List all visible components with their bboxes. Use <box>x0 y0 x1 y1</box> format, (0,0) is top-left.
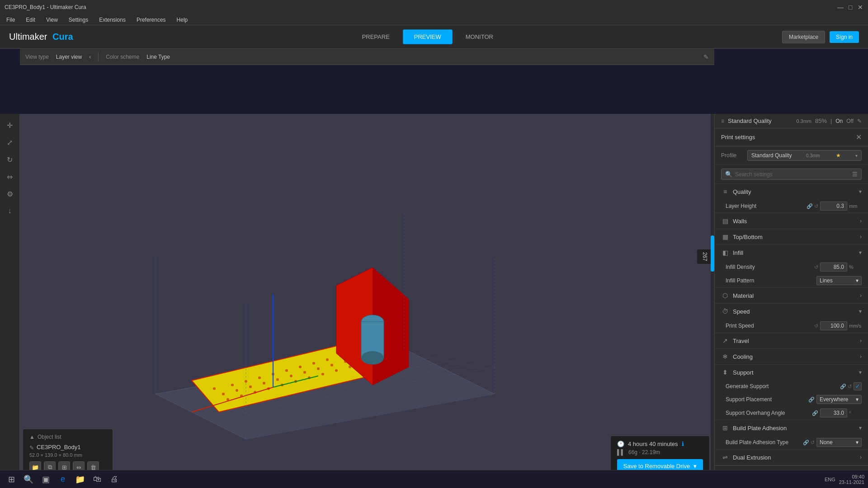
search-input-wrap: 🔍 ☰ <box>721 169 862 180</box>
infill-density-value[interactable]: 85.0 <box>820 263 847 272</box>
adhesion-link-icon[interactable]: 🔗 <box>803 440 809 446</box>
section-material-header[interactable]: ⬡ Material › <box>715 288 868 303</box>
edge-icon[interactable]: e <box>55 472 71 487</box>
section-quality-header[interactable]: ≡ Quality ▾ <box>715 184 868 199</box>
support-overhang-link-icon[interactable]: 🔗 <box>812 410 818 416</box>
color-scheme-value[interactable]: Line Type <box>146 54 170 60</box>
scrollbar-thumb[interactable] <box>711 235 714 272</box>
tool-perobj[interactable]: ⚙ <box>2 186 18 202</box>
profile-quick-icon: ≡ <box>721 118 724 124</box>
svg-point-46 <box>285 369 288 372</box>
menu-help[interactable]: Help <box>174 16 191 24</box>
section-buildplate-header[interactable]: ⊞ Build Plate Adhesion ▾ <box>715 420 868 436</box>
section-support-label: Support <box>733 369 754 376</box>
menu-settings[interactable]: Settings <box>66 16 91 24</box>
tool-scale[interactable]: ⤢ <box>2 135 18 150</box>
explorer-icon[interactable]: 📁 <box>72 472 88 487</box>
print-settings-close-button[interactable]: ✕ <box>856 133 862 141</box>
tab-monitor[interactable]: MONITOR <box>454 29 505 44</box>
scrollbar-track <box>711 114 714 488</box>
taskbar-left: ⊞ 🔍 ▣ e 📁 🛍 🖨 <box>4 472 122 487</box>
print-speed-icons: ↺ <box>814 323 818 329</box>
support-placement-link-icon[interactable]: 🔗 <box>808 397 815 403</box>
section-travel: ↗ Travel › <box>715 333 868 349</box>
adhesion-type-select[interactable]: None ▾ <box>816 438 862 447</box>
section-travel-header[interactable]: ↗ Travel › <box>715 333 868 348</box>
print-speed-value[interactable]: 100.0 <box>820 321 847 330</box>
section-topbottom-label: Top/Bottom <box>733 234 763 240</box>
section-support-header[interactable]: ⬍ Support ▾ <box>715 365 868 380</box>
view-type-label: View type <box>25 54 49 60</box>
scale-display: 85% <box>815 117 827 124</box>
close-button[interactable]: ✕ <box>857 4 863 10</box>
print-speed-reset-icon[interactable]: ↺ <box>814 323 818 329</box>
dualextrusion-section-icon: ⇌ <box>721 453 729 461</box>
menu-file[interactable]: File <box>4 16 18 24</box>
generate-support-reset-icon[interactable]: ↺ <box>848 384 852 389</box>
save-dropdown-chevron-icon[interactable]: ▾ <box>693 463 697 469</box>
on-off-toggle[interactable]: On <box>835 118 843 124</box>
section-speed: ⏱ Speed ▾ Print Speed ↺ 100.0 mm/s <box>715 304 868 333</box>
adhesion-reset-icon[interactable]: ↺ <box>811 440 815 446</box>
infill-density-row: Infill Density ↺ 85.0 % <box>715 260 868 274</box>
generate-support-checkbox[interactable]: ✓ <box>854 382 862 390</box>
signin-button[interactable]: Sign in <box>830 31 859 43</box>
settings-menu-icon[interactable]: ☰ <box>852 171 858 178</box>
view-type-chevron-icon[interactable]: ‹ <box>89 54 91 60</box>
menu-extensions[interactable]: Extensions <box>96 16 128 24</box>
tab-prepare[interactable]: PREPARE <box>351 29 401 44</box>
marketplace-button[interactable]: Marketplace <box>782 31 825 43</box>
profile-chevron-down-icon: ▾ <box>855 153 858 158</box>
support-placement-select[interactable]: Everywhere ▾ <box>816 395 862 404</box>
tool-mirror[interactable]: ⇔ <box>2 169 18 184</box>
tool-support[interactable]: ↓ <box>2 203 18 219</box>
minimize-button[interactable]: — <box>837 4 844 10</box>
cura-taskbar-icon[interactable]: 🖨 <box>107 472 122 487</box>
section-walls: ▤ Walls › <box>715 213 868 229</box>
infill-density-reset-icon[interactable]: ↺ <box>814 264 818 270</box>
section-cooling-header[interactable]: ❄ Cooling › <box>715 349 868 364</box>
object-list-toggle[interactable]: ▲ Object list <box>29 434 106 440</box>
taskview-icon[interactable]: ▣ <box>38 472 53 487</box>
search-input[interactable] <box>735 171 849 178</box>
support-overhang-value[interactable]: 33.0 <box>820 408 847 418</box>
layer-height-row: Layer Height 🔗 ↺ 0.3 mm <box>715 199 868 213</box>
profile-quick-subtext: 0.3mm <box>796 118 811 124</box>
store-icon[interactable]: 🛍 <box>90 472 105 487</box>
tool-rotate[interactable]: ↻ <box>2 152 18 167</box>
tool-move[interactable]: ✛ <box>2 117 18 133</box>
maximize-button[interactable]: □ <box>847 4 854 10</box>
section-quality-label: Quality <box>733 188 751 195</box>
generate-support-link-icon[interactable]: 🔗 <box>840 384 846 389</box>
support-placement-label: Support Placement <box>726 396 807 403</box>
infill-pattern-select[interactable]: Lines ▾ <box>816 276 862 285</box>
section-dualextrusion-header[interactable]: ⇌ Dual Extrusion › <box>715 450 868 465</box>
quality-collapse-icon: ▾ <box>859 188 862 195</box>
pencil-icon[interactable]: ✎ <box>857 118 862 124</box>
menu-preferences[interactable]: Preferences <box>134 16 169 24</box>
section-walls-label: Walls <box>733 218 747 225</box>
start-button[interactable]: ⊞ <box>4 472 19 487</box>
menu-edit[interactable]: Edit <box>23 16 38 24</box>
section-topbottom-header[interactable]: ▦ Top/Bottom › <box>715 229 868 244</box>
speed-collapse-icon: ▾ <box>859 308 862 314</box>
profile-select[interactable]: Standard Quality 0.3mm ★ ▾ <box>747 150 862 161</box>
menu-view[interactable]: View <box>43 16 61 24</box>
layer-height-value[interactable]: 0.3 <box>820 202 847 211</box>
off-toggle[interactable]: Off <box>846 118 854 124</box>
print-speed-label: Print Speed <box>726 323 812 329</box>
color-scheme-label: Color scheme <box>106 54 139 60</box>
section-infill-header[interactable]: ◧ Infill ▾ <box>715 245 868 260</box>
link-icon[interactable]: 🔗 <box>807 203 813 209</box>
profile-row: Profile Standard Quality 0.3mm ★ ▾ <box>715 146 868 165</box>
viewbar-pencil-icon[interactable]: ✎ <box>703 53 709 61</box>
object-list-chevron-icon: ▲ <box>29 434 35 440</box>
section-speed-header[interactable]: ⏱ Speed ▾ <box>715 304 868 319</box>
search-taskbar-icon[interactable]: 🔍 <box>21 472 36 487</box>
view-type-value[interactable]: Layer view <box>56 54 82 60</box>
reset-icon[interactable]: ↺ <box>814 203 818 209</box>
section-walls-header[interactable]: ▤ Walls › <box>715 213 868 229</box>
info-icon[interactable]: ℹ <box>682 441 684 447</box>
infill-section-icon: ◧ <box>721 249 729 257</box>
tab-preview[interactable]: PREVIEW <box>403 29 453 44</box>
